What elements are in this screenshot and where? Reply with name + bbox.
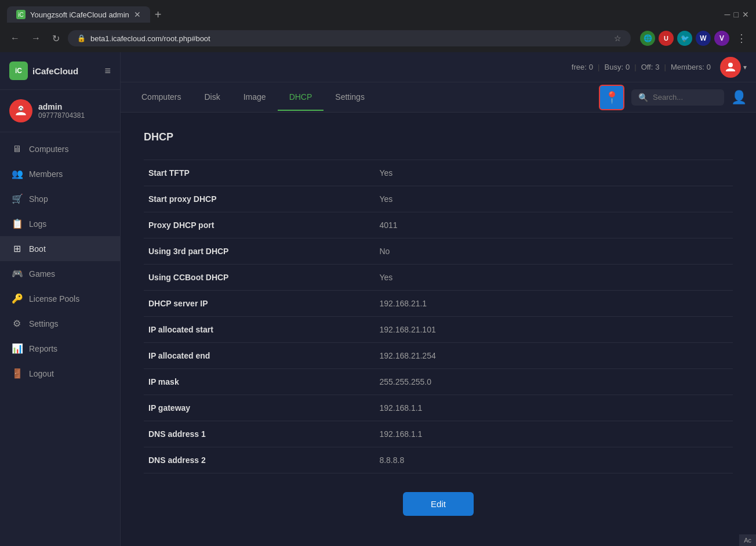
search-input[interactable] — [653, 93, 717, 102]
table-row: Using 3rd part DHCP No — [144, 238, 733, 265]
table-row: IP gateway 192.168.1.1 — [144, 395, 733, 421]
stat-divider-2: | — [634, 63, 636, 71]
field-label: IP mask — [144, 369, 379, 395]
hamburger-menu[interactable]: ≡ — [104, 65, 111, 77]
dhcp-table: Start TFTP Yes Start proxy DHCP Yes Prox… — [144, 160, 733, 473]
browser-extensions: 🌐 U 🐦 W V — [640, 31, 729, 46]
svg-point-2 — [19, 109, 20, 110]
field-label: IP gateway — [144, 395, 379, 421]
sidebar-profile: admin 097778704381 — [0, 90, 120, 132]
sidebar-item-logout[interactable]: 🚪 Logout — [0, 361, 120, 386]
stat-off: Off: 3 — [641, 63, 660, 71]
sidebar-item-label: Games — [29, 269, 55, 279]
tab-settings[interactable]: Settings — [324, 84, 376, 111]
shop-icon: 🛒 — [12, 193, 22, 204]
sidebar-item-reports[interactable]: 📊 Reports — [0, 336, 120, 361]
field-label: IP allocated start — [144, 317, 379, 343]
field-value: 255.255.255.0 — [379, 369, 733, 395]
sidebar-item-shop[interactable]: 🛒 Shop — [0, 186, 120, 211]
field-value: 192.168.1.1 — [379, 421, 733, 447]
browser-menu-button[interactable]: ⋮ — [734, 30, 749, 47]
field-value: 192.168.21.254 — [379, 343, 733, 369]
location-icon: 📍 — [605, 91, 619, 104]
boot-icon: ⊞ — [12, 243, 22, 254]
sidebar-item-license-pools[interactable]: 🔑 License Pools — [0, 286, 120, 311]
add-icon[interactable]: 👤 — [731, 90, 747, 105]
extension-2[interactable]: U — [659, 31, 674, 46]
minimize-button[interactable]: ─ — [725, 10, 730, 19]
profile-info: admin 097778704381 — [38, 102, 85, 120]
members-icon: 👥 — [12, 168, 22, 179]
sidebar-item-label: Settings — [29, 319, 59, 328]
user-avatar[interactable] — [720, 57, 741, 78]
url-input[interactable] — [90, 34, 609, 43]
tab-dhcp[interactable]: DHCP — [278, 84, 324, 111]
computers-icon: 🖥 — [12, 144, 22, 154]
sidebar-item-label: Computers — [29, 144, 68, 154]
new-tab-button[interactable]: + — [150, 8, 166, 21]
extension-3[interactable]: 🐦 — [677, 31, 692, 46]
logs-icon: 📋 — [12, 218, 22, 229]
sidebar-item-games[interactable]: 🎮 Games — [0, 261, 120, 286]
bookmark-icon[interactable]: ☆ — [614, 34, 621, 43]
extension-4[interactable]: W — [696, 31, 711, 46]
corner-label: Ac — [739, 534, 756, 546]
global-stats: free: 0 | Busy: 0 | Off: 3 | Members: 0 — [572, 63, 711, 71]
sidebar-item-settings[interactable]: ⚙ Settings — [0, 311, 120, 336]
field-label: IP allocated end — [144, 343, 379, 369]
address-bar: 🔒 ☆ — [68, 30, 631, 46]
games-icon: 🎮 — [12, 268, 22, 279]
tab-favicon: iC — [16, 10, 26, 19]
maximize-button[interactable]: □ — [734, 10, 739, 19]
field-value: Yes — [379, 265, 733, 291]
sidebar-item-logs[interactable]: 📋 Logs — [0, 211, 120, 236]
app-container: iC iCafeCloud ≡ admin 097778704381 🖥 Com… — [0, 52, 756, 546]
svg-point-3 — [22, 109, 23, 110]
table-row: IP allocated start 192.168.21.101 — [144, 317, 733, 343]
field-value: Yes — [379, 186, 733, 212]
sidebar-item-members[interactable]: 👥 Members — [0, 161, 120, 186]
field-label: DNS address 2 — [144, 447, 379, 473]
field-value: No — [379, 238, 733, 265]
table-row: DNS address 1 192.168.1.1 — [144, 421, 733, 447]
section-title: DHCP — [144, 131, 733, 143]
tab-close-button[interactable]: ✕ — [134, 10, 141, 19]
sidebar-header: iC iCafeCloud ≡ — [0, 52, 120, 90]
stat-divider-1: | — [598, 63, 599, 71]
extension-1[interactable]: 🌐 — [640, 31, 655, 46]
field-label: DNS address 1 — [144, 421, 379, 447]
field-label: Using CCBoot DHCP — [144, 265, 379, 291]
sidebar-item-boot[interactable]: ⊞ Boot — [0, 236, 120, 261]
sidebar-item-computers[interactable]: 🖥 Computers — [0, 137, 120, 161]
logo: iC iCafeCloud — [9, 62, 78, 80]
close-window-button[interactable]: ✕ — [742, 10, 749, 19]
table-row: IP allocated end 192.168.21.254 — [144, 343, 733, 369]
extension-5[interactable]: V — [714, 31, 729, 46]
table-row: Start proxy DHCP Yes — [144, 186, 733, 212]
table-row: DNS address 2 8.8.8.8 — [144, 447, 733, 473]
stat-free: free: 0 — [572, 63, 593, 71]
browser-tab[interactable]: iC Youngzsoft iCafeCloud admin ✕ — [7, 6, 150, 23]
tab-disk[interactable]: Disk — [192, 84, 231, 111]
back-button[interactable]: ← — [7, 31, 23, 46]
tab-title: Youngzsoft iCafeCloud admin — [30, 10, 129, 19]
main-content: free: 0 | Busy: 0 | Off: 3 | Members: 0 — [121, 52, 756, 546]
sidebar-item-label: Logout — [29, 369, 54, 378]
content-area: DHCP Start TFTP Yes Start proxy DHCP Yes… — [121, 113, 756, 546]
settings-icon: ⚙ — [12, 318, 22, 329]
tab-image[interactable]: Image — [232, 84, 278, 111]
forward-button[interactable]: → — [28, 31, 44, 46]
sidebar-item-label: Boot — [29, 244, 46, 254]
refresh-button[interactable]: ↻ — [49, 31, 63, 46]
tab-actions: 📍 🔍 👤 — [599, 85, 747, 110]
edit-button[interactable]: Edit — [403, 492, 474, 516]
sidebar-item-label: Logs — [29, 219, 46, 229]
table-row: IP mask 255.255.255.0 — [144, 369, 733, 395]
sidebar-item-label: License Pools — [29, 294, 79, 303]
field-value: 192.168.21.101 — [379, 317, 733, 343]
stat-divider-3: | — [664, 63, 666, 71]
tab-computers[interactable]: Computers — [130, 84, 192, 111]
user-dropdown-arrow[interactable]: ▾ — [743, 63, 747, 71]
table-row: Proxy DHCP port 4011 — [144, 212, 733, 238]
location-button[interactable]: 📍 — [599, 85, 624, 110]
